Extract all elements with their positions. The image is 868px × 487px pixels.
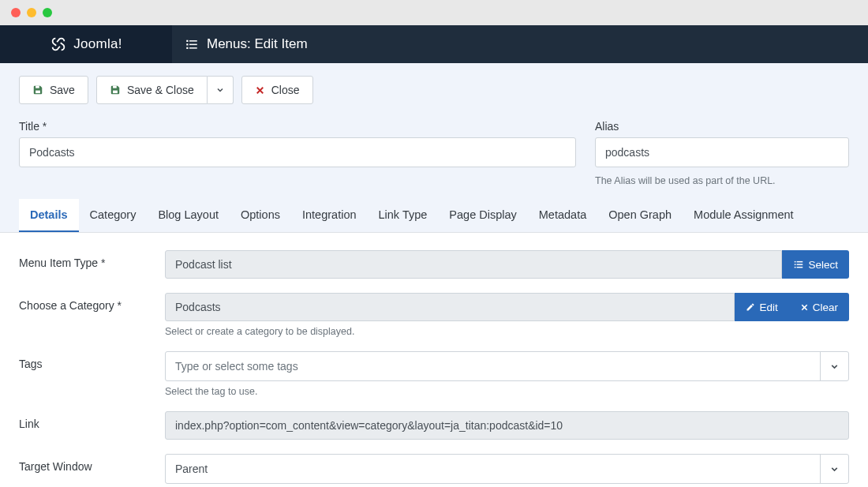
edit-category-button[interactable]: Edit xyxy=(735,293,788,321)
app-header: Joomla! Menus: Edit Item xyxy=(0,25,868,63)
chevron-down-icon xyxy=(215,85,225,95)
tags-caret[interactable] xyxy=(820,352,848,380)
link-label: Link xyxy=(19,411,149,430)
category-value: Podcasts xyxy=(165,293,735,321)
edit-icon xyxy=(746,302,755,312)
title-input[interactable] xyxy=(19,137,576,167)
select-label: Select xyxy=(808,259,838,271)
target-window-value: Parent xyxy=(166,455,820,483)
alias-input[interactable] xyxy=(595,137,849,167)
joomla-icon xyxy=(50,36,67,53)
category-label: Choose a Category * xyxy=(19,293,149,312)
save-close-label: Save & Close xyxy=(127,84,194,96)
window-titlebar xyxy=(0,0,868,25)
page-title: Menus: Edit Item xyxy=(207,36,308,52)
svg-rect-1 xyxy=(189,40,197,42)
menu-item-type-label: Menu Item Type * xyxy=(19,250,149,269)
brand-name: Joomla! xyxy=(73,36,122,52)
menu-item-type-value: Podcast list xyxy=(165,250,782,279)
tags-placeholder: Type or select some tags xyxy=(166,352,820,380)
details-panel: Menu Item Type * Podcast list Select Cho… xyxy=(0,233,868,487)
tab-integration[interactable]: Integration xyxy=(291,199,368,232)
tab-bar: Details Category Blog Layout Options Int… xyxy=(0,199,868,233)
menu-item-type-control: Podcast list Select xyxy=(165,250,849,279)
category-control: Podcasts Edit Clear xyxy=(165,293,849,321)
minimize-window-dot[interactable] xyxy=(27,8,36,17)
svg-rect-14 xyxy=(795,264,796,264)
action-toolbar: Save Save & Close Close xyxy=(0,63,868,117)
svg-rect-2 xyxy=(186,43,188,45)
tab-page-display[interactable]: Page Display xyxy=(438,199,527,232)
clear-label: Clear xyxy=(813,302,838,313)
tags-input[interactable]: Type or select some tags xyxy=(165,351,849,381)
svg-rect-4 xyxy=(186,47,188,49)
save-button[interactable]: Save xyxy=(19,76,88,104)
title-label: Title * xyxy=(19,120,576,133)
row-link: Link index.php?option=com_content&view=c… xyxy=(19,411,849,440)
chevron-down-icon xyxy=(829,362,840,372)
tab-metadata[interactable]: Metadata xyxy=(528,199,597,232)
svg-rect-13 xyxy=(797,261,803,262)
svg-rect-6 xyxy=(36,86,39,88)
clear-category-button[interactable]: Clear xyxy=(789,293,849,321)
category-hint: Select or create a category to be displa… xyxy=(165,326,849,337)
svg-rect-5 xyxy=(189,47,197,49)
svg-rect-0 xyxy=(186,40,188,42)
select-type-button[interactable]: Select xyxy=(782,250,849,279)
tab-blog-layout[interactable]: Blog Layout xyxy=(147,199,230,232)
row-tags: Tags Type or select some tags Select the… xyxy=(19,351,849,397)
list-icon xyxy=(185,37,199,51)
tags-hint: Select the tag to use. xyxy=(165,386,849,397)
clear-icon xyxy=(800,303,809,312)
svg-rect-7 xyxy=(36,91,40,94)
tags-label: Tags xyxy=(19,351,149,370)
brand-logo[interactable]: Joomla! xyxy=(0,25,172,63)
save-label: Save xyxy=(50,84,75,96)
tab-category[interactable]: Category xyxy=(79,199,148,232)
list-select-icon xyxy=(793,259,804,270)
target-window-select[interactable]: Parent xyxy=(165,454,849,484)
target-window-label: Target Window xyxy=(19,454,149,473)
alias-hint: The Alias will be used as part of the UR… xyxy=(595,175,849,186)
save-icon xyxy=(110,84,121,96)
tab-options[interactable]: Options xyxy=(230,199,291,232)
title-alias-row: Title * Alias The Alias will be used as … xyxy=(0,117,868,199)
tab-open-graph[interactable]: Open Graph xyxy=(597,199,683,232)
svg-rect-17 xyxy=(797,267,803,268)
close-window-dot[interactable] xyxy=(11,8,21,17)
close-icon xyxy=(255,85,265,96)
svg-rect-12 xyxy=(795,261,796,262)
save-close-group: Save & Close xyxy=(96,76,234,104)
chevron-down-icon xyxy=(829,464,840,474)
save-close-button[interactable]: Save & Close xyxy=(96,76,208,104)
link-value: index.php?option=com_content&view=catego… xyxy=(165,411,849,440)
close-label: Close xyxy=(271,84,300,96)
row-target-window: Target Window Parent xyxy=(19,454,849,484)
target-window-caret[interactable] xyxy=(820,455,848,483)
svg-rect-3 xyxy=(189,44,197,46)
title-field-col: Title * xyxy=(19,120,576,186)
alias-label: Alias xyxy=(595,120,849,133)
save-dropdown-button[interactable] xyxy=(208,76,234,104)
alias-field-col: Alias The Alias will be used as part of … xyxy=(595,120,849,186)
svg-rect-16 xyxy=(795,267,796,268)
svg-rect-8 xyxy=(113,86,117,88)
svg-rect-9 xyxy=(113,91,118,94)
svg-rect-15 xyxy=(797,264,803,264)
row-category: Choose a Category * Podcasts Edit Clear … xyxy=(19,293,849,337)
close-button[interactable]: Close xyxy=(241,76,313,104)
edit-label: Edit xyxy=(759,302,777,313)
page-title-area: Menus: Edit Item xyxy=(172,36,308,52)
tab-details[interactable]: Details xyxy=(19,199,79,232)
row-menu-item-type: Menu Item Type * Podcast list Select xyxy=(19,250,849,279)
maximize-window-dot[interactable] xyxy=(43,8,52,17)
save-icon xyxy=(32,84,43,96)
tab-module-assignment[interactable]: Module Assignment xyxy=(683,199,805,232)
tab-link-type[interactable]: Link Type xyxy=(368,199,439,232)
